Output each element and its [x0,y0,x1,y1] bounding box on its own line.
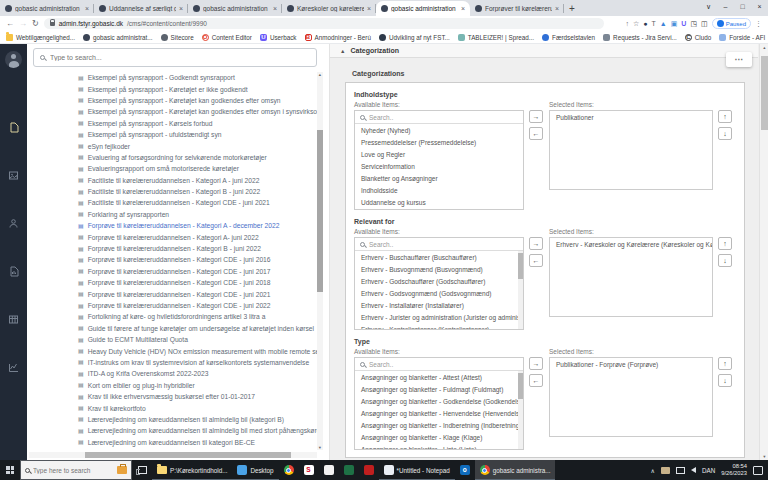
tree-item[interactable]: ▤Evaluering af forsøgsordning for selvkø… [27,152,318,163]
rail-reports-icon[interactable] [0,264,27,278]
available-item[interactable]: Indholdsside [355,184,523,196]
tree-item[interactable]: ▤Forprøve til kørelæreruddannelsen - Kat… [27,243,318,254]
browser-tab[interactable]: gobasic administration× [0,1,94,16]
tree-item[interactable]: ▤Heavy Duty Vehicle (HDV) NOx emission m… [27,345,318,356]
tab-close-icon[interactable]: × [367,5,371,12]
taskbar-outlook-icon[interactable]: o [455,460,475,480]
tree-item[interactable]: ▤Fortolkning af køre- og hviletidsforord… [27,311,318,322]
tree-item[interactable]: ▤Eksempel på synsrapport - ufuldstændigt… [27,129,318,140]
bookmark-item[interactable]: Requests - Jira Servi... [603,34,677,41]
tree-item[interactable]: ▤Evalueringsrapport om små motoriserede … [27,163,318,174]
task-view-button[interactable] [132,460,152,480]
bookmark-item[interactable]: gobasic administrat... [83,34,153,41]
scrollbar-thumb[interactable] [85,452,291,458]
move-down-button[interactable]: ↓ [718,127,732,140]
extension-dot-icon[interactable]: ● [643,20,647,27]
available-item[interactable]: Erhverv - Jurister og administration (Ju… [355,311,523,323]
user-avatar[interactable] [5,51,22,68]
tree-item[interactable]: ▤Lærervejledning om køreuddannelsen til … [27,448,318,450]
rail-users-icon[interactable] [0,216,27,230]
available-item[interactable]: Serviceinformation [355,160,523,172]
volume-icon[interactable] [691,467,696,473]
side-panel-icon[interactable]: ◫ [701,20,708,27]
taskbar-paint-icon[interactable] [319,460,339,480]
clock[interactable]: 08:54 9/26/2023 [721,463,747,477]
start-button[interactable] [0,460,20,480]
tray-expand-icon[interactable]: ∧ [651,467,655,474]
tree-item[interactable]: ▤Lærervejledning om køreuddannelsen til … [27,414,318,425]
rail-documents-icon[interactable] [0,120,27,134]
taskbar-chrome-icon[interactable] [279,460,299,480]
available-item[interactable]: Nyheder (Nyhed) [355,124,523,136]
rail-tables-icon[interactable] [0,312,27,326]
collapse-icon[interactable]: ▲ [340,48,345,54]
browser-tab[interactable]: gobasic administration× [188,1,282,16]
move-down-button[interactable]: ↓ [718,254,732,267]
scrollbar-thumb[interactable] [317,130,323,292]
tab-close-icon[interactable]: × [85,5,89,12]
taskbar-desktop-window-button[interactable]: Desktop [232,460,278,480]
rail-media-icon[interactable] [0,168,27,182]
bookmark-item[interactable]: Sitecore [161,34,194,41]
move-right-button[interactable]: → [529,357,543,370]
tree-item[interactable]: ▤Facitliste til kørelæreruddannelsen - K… [27,175,318,186]
available-item[interactable]: Ansøgninger og blanketter - Attest (Atte… [355,371,523,383]
forward-icon[interactable]: → [19,20,27,28]
tree-item[interactable]: ▤Krav til kørekortfoto [27,402,318,413]
move-left-button[interactable]: ← [529,127,543,140]
available-item[interactable]: Ansøgninger og blanketter - Godkendelse … [355,395,523,407]
tree-item[interactable]: ▤Eksempel på synsrapport - Kørsels forbu… [27,118,318,129]
browser-tab[interactable]: Uddannelse af særligt godkend× [94,1,188,16]
bookmark-star-icon[interactable]: ☆ [633,20,639,27]
tab-close-icon[interactable]: × [273,5,277,12]
bookmark-item[interactable]: TABLEIZER! | Spread... [458,34,534,41]
available-item[interactable]: Ansøgninger og blanketter - Klage (Klage… [355,431,523,443]
tree-item[interactable]: ▤Eksempel på synsrapport - Køretøjet er … [27,83,318,94]
scrollbar-thumb[interactable] [518,253,523,279]
available-items-search[interactable]: Search.. [355,111,523,124]
move-right-button[interactable]: → [529,237,543,250]
available-item[interactable]: Uddannelse og kursus [355,196,523,208]
scroll-down-icon[interactable]: ▾ [317,445,323,450]
taskbar-notepad-window-button[interactable]: *Untitled - Notepad [379,460,455,480]
bookmark-item[interactable]: Forside - AFI [719,34,765,41]
selected-item[interactable]: Erhverv - Køreskoler og Kørelærere (Køre… [550,238,712,250]
list-scrollbar[interactable] [518,371,523,449]
tree-item[interactable]: ▤ITD-A og Krifa Overenskomst 2022-2023 [27,368,318,379]
available-items-list[interactable]: Search..Ansøgninger og blanketter - Atte… [354,357,524,450]
tree-item[interactable]: ▤Guide til førere af tunge køretøjer om … [27,323,318,334]
tree-item[interactable]: ▤Krav til ikke erhvervsmæssig buskørsel … [27,391,318,402]
browser-tab[interactable]: Forprøver til kørelæreruddanne× [470,1,564,16]
available-item[interactable]: Ansøgninger og blanketter - Henvendelse … [355,407,523,419]
bookmark-item[interactable]: CCludo [685,34,711,41]
selected-items-list[interactable]: Publikationer - Forprøve (Forprøve) [549,357,713,437]
available-items-list[interactable]: Search..Nyheder (Nyhed)Pressemeddelelser… [354,110,524,210]
tree-vertical-scrollbar[interactable]: ▴ ▾ [317,72,323,450]
tree-item[interactable]: ▤Lærervejledning om køreuddannelsen til … [27,425,318,436]
bookmark-item[interactable]: UUserback [260,34,297,41]
taskbar-search[interactable] [20,460,132,480]
available-item[interactable]: Erhverv - Kontrolinstanser (Kontrolinsta… [355,323,523,330]
tree-search-box[interactable] [33,48,317,67]
available-item[interactable]: Erhverv - Buschauffører (Buschauffører) [355,251,523,263]
profile-button[interactable]: Paused [712,18,751,29]
userback-icon[interactable]: U [681,20,686,27]
bookmark-item[interactable]: BAnmodninger - Berú [305,34,371,41]
scroll-down-icon[interactable]: ▾ [760,454,768,459]
taskbar-sitecore-icon[interactable]: S [299,460,319,480]
tree-item[interactable]: ▤Eksempel på synsrapport - Godkendt syns… [27,72,318,83]
tree-item[interactable]: ▤eSyn fejlkoder [27,140,318,151]
tree-item[interactable]: ▤Eksempel på synsrapport - Køretøjet kan… [27,106,318,117]
move-up-button[interactable]: ↑ [718,237,732,250]
move-left-button[interactable]: ← [529,254,543,267]
tree-horizontal-scrollbar[interactable] [29,452,317,458]
selected-item[interactable]: Publikationer [550,111,712,123]
taskbar-excel-icon[interactable] [339,460,359,480]
move-down-button[interactable]: ↓ [718,374,732,387]
scroll-up-icon[interactable]: ▴ [317,72,323,77]
back-icon[interactable]: ← [6,20,14,28]
move-right-button[interactable]: → [529,110,543,123]
available-item[interactable]: Erhverv - Busvognmænd (Busvognmænd) [355,263,523,275]
available-item[interactable]: Erhverv - Godsvognmænd (Godsvognmænd) [355,287,523,299]
tree-item[interactable]: ▤Forprøve til kørelæreruddannelsen - Kat… [27,288,318,299]
